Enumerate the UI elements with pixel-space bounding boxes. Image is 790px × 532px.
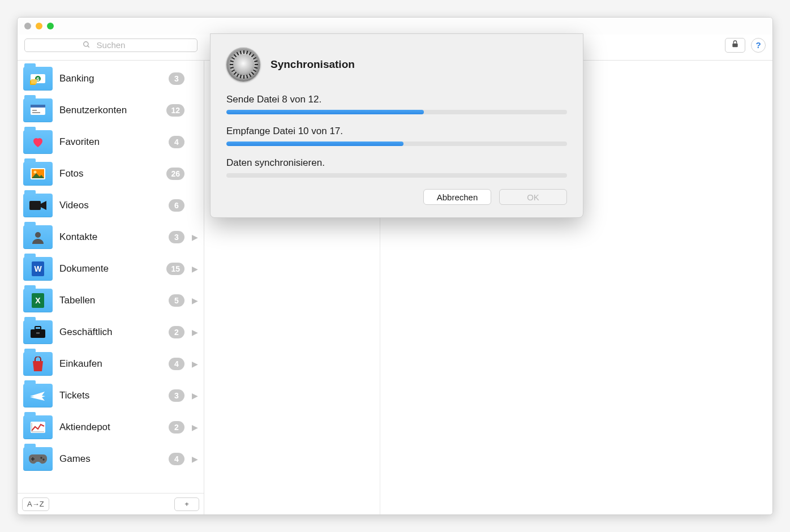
svg-rect-10 <box>32 110 37 111</box>
sidebar-item-label: Tabellen <box>59 295 95 306</box>
sidebar-item-count: 2 <box>169 421 184 434</box>
sidebar-item[interactable]: Benutzerkonten12 <box>18 95 204 126</box>
sidebar-item-count: 5 <box>169 294 184 307</box>
cancel-button[interactable]: Abbrechen <box>423 189 491 205</box>
sidebar-item[interactable]: $Banking3 <box>18 63 204 95</box>
folder-icon <box>23 320 53 344</box>
sidebar: $Banking3Benutzerkonten12Favoriten4Fotos… <box>18 61 204 514</box>
svg-rect-2 <box>732 44 737 48</box>
svg-rect-28 <box>31 458 35 460</box>
sidebar-item-label: Geschäftlich <box>59 327 113 338</box>
dialog-header: Synchronisation <box>226 48 567 81</box>
sidebar-item-label: Dokumente <box>59 263 109 274</box>
sidebar-item-count: 3 <box>169 231 184 243</box>
sidebar-item-count: 3 <box>169 72 184 85</box>
sort-button[interactable]: A→Z <box>22 497 49 511</box>
send-progress-bar <box>226 110 567 114</box>
sidebar-item[interactable]: WDokumente15▶ <box>18 253 204 285</box>
sidebar-item[interactable]: XTabellen5▶ <box>18 285 204 316</box>
folder-icon <box>23 162 53 186</box>
sidebar-item[interactable]: Videos6 <box>18 190 204 221</box>
svg-point-16 <box>35 232 41 238</box>
sidebar-item[interactable]: Kontakte3▶ <box>18 221 204 253</box>
plane-icon <box>29 390 46 401</box>
svg-point-14 <box>34 171 37 174</box>
accounts-icon <box>30 104 46 117</box>
sidebar-item-label: Kontakte <box>59 231 97 243</box>
chevron-right-icon: ▶ <box>191 264 198 273</box>
lock-button[interactable] <box>725 38 745 53</box>
help-icon: ? <box>755 40 761 50</box>
sidebar-item[interactable]: Einkaufen4▶ <box>18 348 204 380</box>
window-close-button[interactable] <box>24 23 31 29</box>
sidebar-item-label: Benutzerkonten <box>59 105 127 116</box>
sidebar-item-label: Games <box>59 453 91 465</box>
sidebar-item-label: Fotos <box>59 168 84 179</box>
sync-dialog: Synchronisation Sende Datei 8 von 12. Em… <box>210 33 583 218</box>
window-titlebar <box>18 18 772 35</box>
sidebar-item-label: Videos <box>59 200 89 211</box>
folder-icon <box>23 415 53 439</box>
chevron-right-icon: ▶ <box>191 454 198 464</box>
receive-progress-bar <box>226 141 567 146</box>
window-fullscreen-button[interactable] <box>47 23 54 29</box>
svg-text:$: $ <box>36 76 39 82</box>
folder-icon: X <box>23 289 53 312</box>
app-window: ? $Banking3Benutzerkonten12Favoriten4Fot… <box>17 17 773 515</box>
chevron-right-icon: ▶ <box>191 391 198 400</box>
sync-progress-block: Daten synchronisieren. <box>226 157 567 178</box>
stocks-icon <box>30 421 46 434</box>
sidebar-item-count: 6 <box>169 199 184 212</box>
spreadsheet-icon: X <box>32 293 44 308</box>
sidebar-item[interactable]: Games4▶ <box>18 443 204 475</box>
help-button[interactable]: ? <box>751 38 766 53</box>
folder-icon <box>23 98 53 122</box>
sidebar-item-label: Tickets <box>59 390 89 401</box>
window-minimize-button[interactable] <box>36 23 42 29</box>
briefcase-icon <box>30 326 46 338</box>
sidebar-item[interactable]: Tickets3▶ <box>18 380 204 411</box>
receive-progress-block: Empfange Datei 10 von 17. <box>226 126 567 146</box>
sidebar-item[interactable]: Geschäftlich2▶ <box>18 316 204 348</box>
svg-rect-15 <box>29 201 41 210</box>
folder-icon: W <box>23 257 53 281</box>
video-icon <box>29 200 46 211</box>
contact-icon <box>31 230 45 244</box>
heart-icon <box>31 135 45 149</box>
svg-rect-9 <box>31 105 45 108</box>
folder-icon <box>23 194 53 217</box>
shopping-bag-icon <box>32 357 44 371</box>
money-icon: $ <box>30 72 46 85</box>
word-doc-icon: W <box>32 261 44 276</box>
ok-button[interactable]: OK <box>499 189 567 205</box>
chevron-right-icon: ▶ <box>191 296 198 305</box>
folder-icon <box>23 384 53 407</box>
search-field-container <box>24 38 198 52</box>
sidebar-item[interactable]: Aktiendepot2▶ <box>18 411 204 443</box>
svg-text:W: W <box>34 264 42 273</box>
sidebar-item-label: Favoriten <box>59 136 100 148</box>
sidebar-item-count: 26 <box>166 168 184 180</box>
photo-icon <box>30 168 46 180</box>
svg-rect-24 <box>31 422 45 433</box>
folder-icon <box>23 352 53 376</box>
sidebar-item-label: Einkaufen <box>59 358 102 370</box>
svg-rect-11 <box>32 112 40 113</box>
chevron-right-icon: ▶ <box>191 328 198 337</box>
sidebar-item-count: 2 <box>169 326 184 338</box>
sync-progress-bar <box>226 173 567 178</box>
svg-rect-7 <box>31 79 37 84</box>
folder-icon <box>23 225 53 249</box>
sidebar-list: $Banking3Benutzerkonten12Favoriten4Fotos… <box>18 61 204 493</box>
sidebar-item[interactable]: Favoriten4 <box>18 126 204 158</box>
lock-icon <box>731 40 740 50</box>
add-button[interactable]: + <box>174 497 199 511</box>
chevron-right-icon: ▶ <box>191 233 198 242</box>
svg-point-30 <box>42 458 44 460</box>
sidebar-item[interactable]: Fotos26 <box>18 158 204 190</box>
search-input[interactable] <box>24 38 198 52</box>
chevron-right-icon: ▶ <box>191 423 198 432</box>
send-progress-block: Sende Datei 8 von 12. <box>226 94 567 114</box>
svg-rect-22 <box>35 327 41 329</box>
send-progress-fill <box>226 110 424 114</box>
